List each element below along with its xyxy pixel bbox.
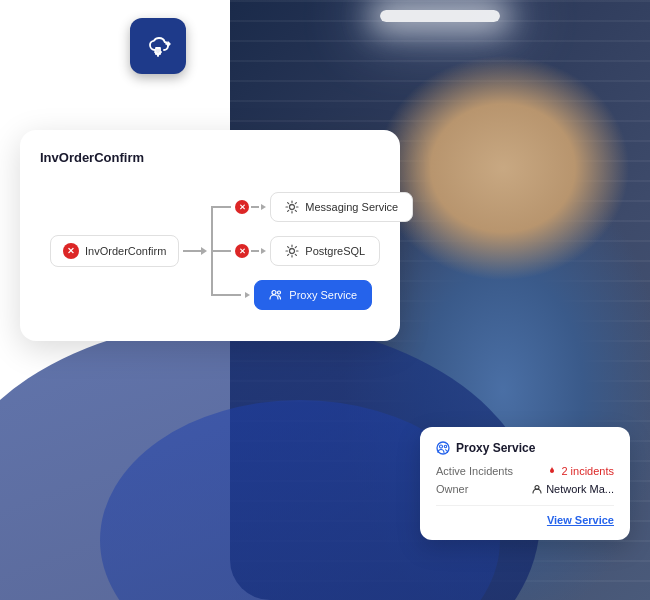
proxy-service-label: Proxy Service xyxy=(289,289,357,301)
branch-h-line-3 xyxy=(211,294,241,296)
person-icon xyxy=(532,484,542,494)
arr-small-line-2 xyxy=(251,250,259,252)
gear-icon-2 xyxy=(285,244,299,258)
popup-title: Proxy Service xyxy=(456,441,535,455)
people-icon xyxy=(269,288,283,302)
popup-divider xyxy=(436,505,614,506)
arr-small-head-2 xyxy=(261,248,266,254)
main-arrow xyxy=(183,247,207,255)
popup-row-incidents: Active Incidents 2 incidents xyxy=(436,465,614,477)
branch-stem xyxy=(211,206,213,296)
arr-small-head-1 xyxy=(261,204,266,210)
branch-row-2: ✕ PostgreSQL xyxy=(211,229,413,273)
branch-row-1: ✕ Messaging Service xyxy=(211,185,413,229)
popup-rows: Active Incidents 2 incidents Owner Netwo… xyxy=(436,465,614,495)
arrow-head xyxy=(201,247,207,255)
branch-container: ✕ Messaging Service xyxy=(211,185,413,317)
target-node-proxy[interactable]: Proxy Service xyxy=(254,280,372,310)
arr-small-head-3 xyxy=(245,292,250,298)
source-node-label: InvOrderConfirm xyxy=(85,245,166,257)
flow-container: ✕ InvOrderConfirm ✕ xyxy=(40,185,380,317)
svg-point-6 xyxy=(440,445,443,448)
svg-point-7 xyxy=(444,445,446,447)
branch-row-3: Proxy Service xyxy=(211,273,413,317)
owner-label: Owner xyxy=(436,483,468,495)
diagram-card: InvOrderConfirm ✕ InvOrderConfirm xyxy=(20,130,400,341)
flame-icon xyxy=(547,466,557,476)
source-node: ✕ InvOrderConfirm xyxy=(50,235,179,267)
arr-small-line-1 xyxy=(251,206,259,208)
popup-service-icon xyxy=(436,441,450,455)
owner-value: Network Ma... xyxy=(532,483,614,495)
view-service-link[interactable]: View Service xyxy=(436,514,614,526)
cloud-upload-icon xyxy=(142,30,174,62)
error-icon-1: ✕ xyxy=(235,200,249,214)
error-icon: ✕ xyxy=(63,243,79,259)
arrow-line xyxy=(183,250,201,252)
cloud-icon-container xyxy=(130,18,186,74)
svg-point-4 xyxy=(278,291,281,294)
incidents-label: Active Incidents xyxy=(436,465,513,477)
svg-point-3 xyxy=(272,291,276,295)
gear-icon-1 xyxy=(285,200,299,214)
popup-row-owner: Owner Network Ma... xyxy=(436,483,614,495)
error-icon-2: ✕ xyxy=(235,244,249,258)
svg-point-1 xyxy=(290,205,295,210)
incidents-value: 2 incidents xyxy=(547,465,614,477)
diagram-card-title: InvOrderConfirm xyxy=(40,150,380,165)
target-node-messaging[interactable]: Messaging Service xyxy=(270,192,413,222)
popup-header: Proxy Service xyxy=(436,441,614,455)
branch-h-line-1 xyxy=(211,206,231,208)
postgresql-label: PostgreSQL xyxy=(305,245,365,257)
messaging-service-label: Messaging Service xyxy=(305,201,398,213)
branch-h-line-2 xyxy=(211,250,231,252)
svg-point-2 xyxy=(290,249,295,254)
target-node-postgresql[interactable]: PostgreSQL xyxy=(270,236,380,266)
popup-card: Proxy Service Active Incidents 2 inciden… xyxy=(420,427,630,540)
